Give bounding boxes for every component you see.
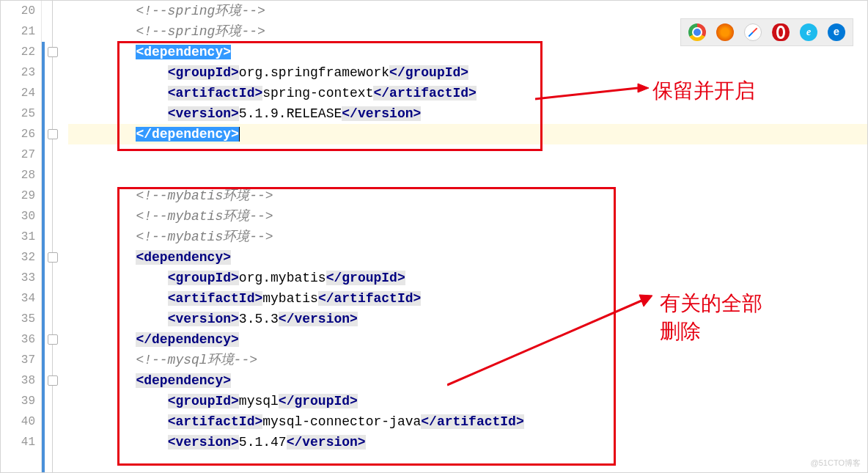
code-line[interactable]: <version>5.1.9.RELEASE</version>: [68, 103, 867, 124]
code-line[interactable]: <version>5.1.47</version>: [68, 432, 867, 452]
text-cursor: [239, 127, 240, 142]
code-line[interactable]: <dependency>: [68, 370, 867, 391]
code-line[interactable]: <!--mysql环境-->: [68, 350, 867, 370]
annotation-delete-label: 有关的全部 删除: [660, 290, 762, 345]
code-line[interactable]: <!--mybatis环境-->: [68, 186, 867, 206]
line-number: 35: [1, 309, 35, 329]
code-line[interactable]: <groupId>mysql</groupId>: [68, 391, 867, 411]
code-line[interactable]: [68, 165, 867, 186]
change-marker: [42, 42, 45, 472]
code-editor[interactable]: 20 21 22 23 24 25 26 27 28 29 30 31 32 3…: [0, 0, 868, 473]
code-line[interactable]: <artifactId>mysql-connector-java</artifa…: [68, 411, 867, 432]
fold-toggle-icon[interactable]: [48, 252, 58, 263]
code-line[interactable]: <groupId>org.mybatis</groupId>: [68, 268, 867, 288]
code-line[interactable]: <!--mybatis环境-->: [68, 227, 867, 247]
line-number: 41: [1, 432, 35, 452]
edge-icon[interactable]: [828, 23, 845, 41]
line-number: 26: [1, 124, 35, 144]
fold-toggle-icon[interactable]: [48, 129, 58, 139]
firefox-icon[interactable]: [716, 23, 734, 41]
annotation-keep-label: 保留并开启: [652, 77, 755, 105]
chrome-icon[interactable]: [688, 23, 706, 41]
line-number: 25: [1, 103, 35, 124]
line-number: 40: [1, 411, 35, 432]
code-line[interactable]: <!--mybatis环境-->: [68, 206, 867, 227]
line-number: 33: [1, 268, 35, 288]
code-line[interactable]: <dependency>: [68, 247, 867, 268]
line-number: 21: [1, 21, 35, 42]
line-number: 32: [1, 247, 35, 268]
line-number: 30: [1, 206, 35, 227]
safari-icon[interactable]: [744, 23, 762, 41]
line-number: 34: [1, 288, 35, 309]
code-content[interactable]: <!--spring环境--> <!--spring环境--> <depende…: [68, 1, 867, 472]
code-line-current[interactable]: </dependency>: [68, 124, 867, 144]
fold-column[interactable]: [42, 1, 68, 472]
line-number: 37: [1, 350, 35, 370]
line-number: 38: [1, 370, 35, 391]
code-line[interactable]: [68, 144, 867, 165]
line-number: 31: [1, 227, 35, 247]
opera-icon[interactable]: [772, 23, 790, 41]
line-number: 39: [1, 391, 35, 411]
watermark: @51CTO博客: [811, 458, 861, 469]
fold-toggle-icon[interactable]: [48, 334, 58, 345]
line-number: 24: [1, 83, 35, 103]
line-number: 28: [1, 165, 35, 186]
line-number-gutter: 20 21 22 23 24 25 26 27 28 29 30 31 32 3…: [1, 1, 42, 472]
line-number: 29: [1, 186, 35, 206]
line-number: 23: [1, 62, 35, 83]
line-number: 36: [1, 329, 35, 350]
ie-icon[interactable]: [800, 23, 817, 41]
line-number: 22: [1, 42, 35, 62]
browser-icon-bar: [680, 18, 853, 46]
fold-toggle-icon[interactable]: [48, 47, 58, 57]
fold-toggle-icon[interactable]: [48, 375, 58, 386]
line-number: 20: [1, 1, 35, 21]
line-number: 27: [1, 144, 35, 165]
